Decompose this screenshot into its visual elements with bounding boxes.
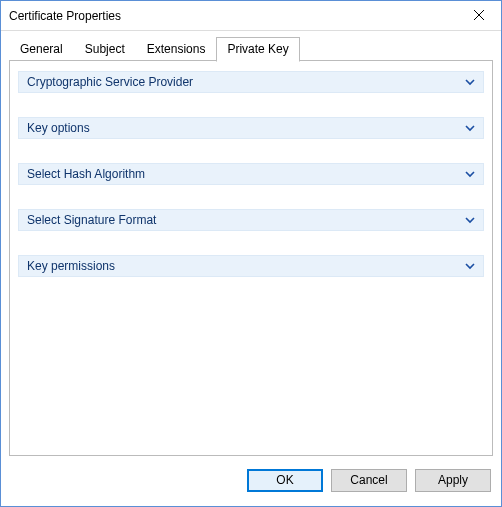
tab-general[interactable]: General: [9, 37, 74, 61]
ok-button[interactable]: OK: [247, 469, 323, 492]
expander-label: Select Hash Algorithm: [27, 167, 145, 181]
titlebar: Certificate Properties: [1, 1, 501, 31]
apply-button[interactable]: Apply: [415, 469, 491, 492]
expander-label: Key options: [27, 121, 90, 135]
button-label: Cancel: [350, 473, 387, 487]
tab-label: Extensions: [147, 42, 206, 56]
tab-label: General: [20, 42, 63, 56]
button-bar: OK Cancel Apply: [1, 464, 501, 506]
tab-private-key[interactable]: Private Key: [216, 37, 299, 62]
expander-cryptographic-service-provider[interactable]: Cryptographic Service Provider: [18, 71, 484, 93]
chevron-down-icon: [465, 215, 475, 225]
close-button[interactable]: [456, 2, 501, 30]
close-icon: [474, 9, 484, 23]
chevron-down-icon: [465, 77, 475, 87]
expander-key-permissions[interactable]: Key permissions: [18, 255, 484, 277]
chevron-down-icon: [465, 123, 475, 133]
tab-label: Private Key: [227, 42, 288, 56]
tab-subject[interactable]: Subject: [74, 37, 136, 61]
expander-label: Select Signature Format: [27, 213, 156, 227]
chevron-down-icon: [465, 261, 475, 271]
window-title: Certificate Properties: [9, 9, 121, 23]
tabstrip: General Subject Extensions Private Key: [1, 31, 501, 61]
button-label: Apply: [438, 473, 468, 487]
expander-label: Key permissions: [27, 259, 115, 273]
expander-select-signature-format[interactable]: Select Signature Format: [18, 209, 484, 231]
chevron-down-icon: [465, 169, 475, 179]
expander-select-hash-algorithm[interactable]: Select Hash Algorithm: [18, 163, 484, 185]
tab-content: Cryptographic Service Provider Key optio…: [9, 61, 493, 456]
expander-label: Cryptographic Service Provider: [27, 75, 193, 89]
tab-label: Subject: [85, 42, 125, 56]
cancel-button[interactable]: Cancel: [331, 469, 407, 492]
button-label: OK: [276, 473, 293, 487]
tab-extensions[interactable]: Extensions: [136, 37, 217, 61]
expander-key-options[interactable]: Key options: [18, 117, 484, 139]
